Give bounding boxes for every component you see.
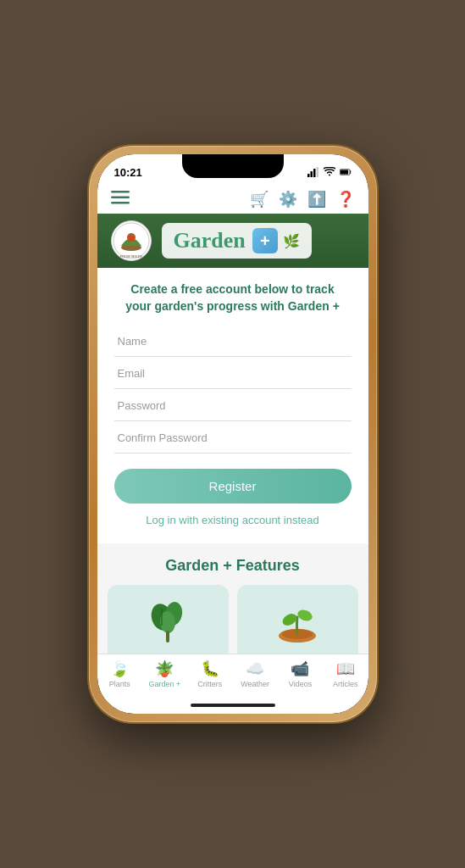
- features-section: Garden + Features: [97, 543, 368, 654]
- svg-rect-16: [166, 631, 169, 643]
- home-indicator: [97, 697, 368, 714]
- feature-card-plant-tracking: Plant Tracking: [108, 585, 229, 654]
- battery-icon: [340, 167, 352, 177]
- plants-tab-label: Plants: [109, 680, 130, 688]
- tab-weather[interactable]: ☁️ Weather: [232, 659, 277, 688]
- svg-point-20: [296, 608, 313, 622]
- tab-articles[interactable]: 📖 Articles: [323, 659, 368, 688]
- svg-rect-6: [111, 191, 130, 193]
- garden-plus-tab-label: Garden +: [149, 680, 181, 688]
- tab-bar: 🍃 Plants 🪴 Garden + 🐛 Critters ☁️ Weathe…: [97, 654, 368, 697]
- feature-card-seed-sprouting: Seed Sprouting: [237, 585, 358, 654]
- weather-tab-label: Weather: [241, 680, 269, 688]
- cart-icon[interactable]: 🛒: [250, 190, 268, 209]
- register-button[interactable]: Register: [114, 469, 352, 504]
- top-nav: 🛒 ⚙️ ⬆️ ❓: [97, 185, 368, 214]
- svg-rect-7: [111, 197, 130, 199]
- svg-rect-5: [340, 170, 348, 174]
- tab-garden-plus[interactable]: 🪴 Garden +: [142, 659, 187, 688]
- svg-rect-2: [313, 169, 316, 177]
- critters-tab-label: Critters: [197, 680, 222, 688]
- nav-icons-right: 🛒 ⚙️ ⬆️ ❓: [250, 190, 355, 209]
- leaf-icon: 🌿: [283, 233, 300, 249]
- weather-tab-icon: ☁️: [246, 659, 264, 678]
- svg-rect-1: [310, 171, 313, 177]
- articles-tab-label: Articles: [333, 680, 358, 688]
- share-icon[interactable]: ⬆️: [307, 190, 326, 209]
- notch: [182, 154, 284, 178]
- wifi-icon: [324, 167, 335, 177]
- critters-tab-icon: 🐛: [201, 659, 219, 678]
- hamburger-menu[interactable]: [111, 191, 130, 208]
- tab-plants[interactable]: 🍃 Plants: [97, 659, 142, 688]
- tab-videos[interactable]: 📹 Videos: [278, 659, 323, 688]
- status-time: 10:21: [114, 166, 142, 179]
- svg-rect-3: [316, 167, 318, 177]
- garden-plus-tab-icon: 🪴: [155, 659, 174, 678]
- password-input[interactable]: [114, 391, 352, 421]
- plant-tracking-icon: [147, 598, 189, 653]
- name-input[interactable]: [114, 326, 352, 357]
- help-icon[interactable]: ❓: [336, 190, 355, 209]
- settings-icon[interactable]: ⚙️: [279, 190, 297, 209]
- hamburger-icon: [111, 191, 130, 204]
- status-icons: [307, 167, 352, 177]
- login-link[interactable]: Log in with existing account instead: [114, 514, 352, 526]
- form-title: Create a free account below to track you…: [114, 281, 352, 314]
- articles-tab-icon: 📖: [336, 659, 355, 678]
- videos-tab-label: Videos: [289, 680, 312, 688]
- email-input[interactable]: [114, 359, 352, 389]
- plus-badge: +: [252, 228, 278, 253]
- features-grid: Plant Tracking: [108, 585, 358, 654]
- seeds-to-spoon-logo: FROM SEEDS: [113, 222, 150, 259]
- signal-icon: [307, 167, 319, 177]
- registration-form-section: Create a free account below to track you…: [97, 268, 368, 543]
- logo-ring: FROM SEEDS: [111, 220, 152, 261]
- svg-text:FROM SEEDS: FROM SEEDS: [119, 254, 142, 259]
- features-title: Garden + Features: [108, 557, 358, 575]
- garden-logo-container: Garden + 🌿: [162, 223, 312, 259]
- svg-rect-0: [307, 174, 310, 177]
- garden-text: Garden: [174, 228, 246, 253]
- phone-screen: 10:21: [97, 154, 368, 714]
- app-header: FROM SEEDS Garden + 🌿: [97, 214, 368, 268]
- plants-tab-icon: 🍃: [110, 659, 129, 678]
- svg-rect-8: [111, 202, 130, 204]
- confirm-password-input[interactable]: [114, 423, 352, 453]
- main-content: Create a free account below to track you…: [97, 268, 368, 654]
- tab-critters[interactable]: 🐛 Critters: [187, 659, 232, 688]
- phone-frame: 10:21: [89, 146, 377, 722]
- seed-sprouting-icon: [274, 598, 321, 653]
- videos-tab-icon: 📹: [291, 659, 309, 678]
- home-bar: [191, 704, 275, 707]
- phone-inner: 10:21: [97, 154, 368, 714]
